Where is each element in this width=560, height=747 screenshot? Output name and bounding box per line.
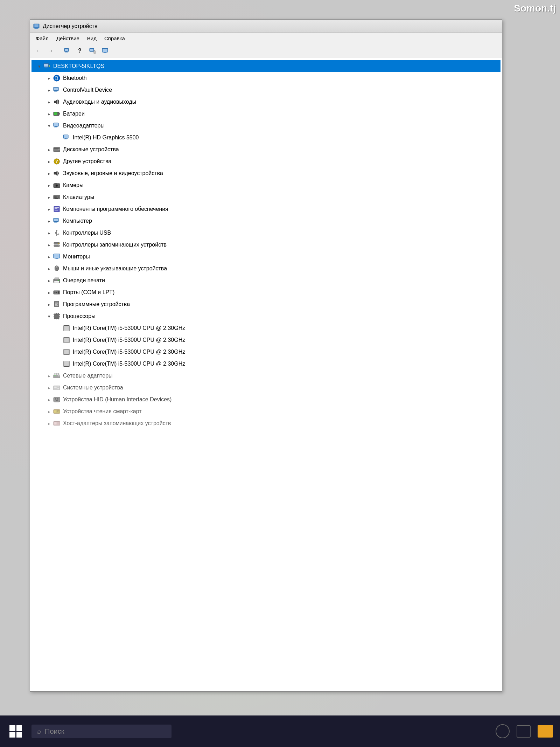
tree-item-host-adapter[interactable]: ▸ Хост-адаптеры запоминающих устройств bbox=[31, 417, 500, 429]
progdev-expander[interactable]: ▸ bbox=[46, 301, 52, 308]
start-button[interactable] bbox=[4, 719, 28, 743]
svg-rect-134 bbox=[54, 386, 57, 388]
tree-item-smartcard[interactable]: ▸ Устройства чтения смарт-карт bbox=[31, 406, 500, 417]
svg-marker-45 bbox=[54, 171, 57, 176]
menu-view[interactable]: Вид bbox=[84, 34, 100, 43]
network-expander[interactable]: ▸ bbox=[46, 372, 52, 379]
video-expander[interactable]: ▾ bbox=[46, 122, 52, 129]
computer-button[interactable] bbox=[61, 46, 73, 56]
tree-item-bluetooth[interactable]: ▸ B Bluetooth bbox=[31, 72, 500, 84]
svg-rect-65 bbox=[54, 219, 58, 221]
bluetooth-expander[interactable]: ▸ bbox=[46, 75, 52, 82]
menu-action[interactable]: Действие bbox=[53, 34, 83, 43]
audio-expander[interactable]: ▸ bbox=[46, 98, 52, 105]
taskbar-rect-icon[interactable] bbox=[517, 725, 531, 738]
svg-rect-118 bbox=[64, 326, 68, 330]
tree-item-progdev[interactable]: ▸ Программные устройства bbox=[31, 298, 500, 310]
sound-expander[interactable]: ▸ bbox=[46, 170, 52, 177]
forward-button[interactable]: → bbox=[45, 46, 57, 56]
tree-item-network[interactable]: ▸ Сетевые адаптеры bbox=[31, 370, 500, 382]
taskbar-folder-icon[interactable] bbox=[538, 725, 553, 738]
tree-item-print-queue[interactable]: ▸ Очереди печати bbox=[31, 275, 500, 286]
tree-item-cpu2[interactable]: ▸ Intel(R) Core(TM) i5-5300U CPU @ 2.30G… bbox=[31, 334, 500, 346]
video-label: Видеоадаптеры bbox=[63, 123, 105, 129]
hid-expander[interactable]: ▸ bbox=[46, 396, 52, 403]
tree-root[interactable]: ▾ DESKTOP-5IKLTQS bbox=[31, 60, 500, 72]
tree-item-keyboard[interactable]: ▸ Клавиатуры bbox=[31, 191, 500, 203]
tree-item-cpu4[interactable]: ▸ Intel(R) Core(TM) i5-5300U CPU @ 2.30G… bbox=[31, 358, 500, 370]
tree-item-processors[interactable]: ▾ bbox=[31, 310, 500, 322]
help-button[interactable]: ? bbox=[74, 46, 86, 56]
tree-item-cpu3[interactable]: ▸ Intel(R) Core(TM) i5-5300U CPU @ 2.30G… bbox=[31, 346, 500, 358]
svg-point-88 bbox=[58, 280, 59, 281]
tree-item-disk[interactable]: ▸ Дисковые устройства bbox=[31, 144, 500, 155]
svg-rect-144 bbox=[57, 411, 58, 412]
other-expander[interactable]: ▸ bbox=[46, 158, 52, 165]
ports-icon bbox=[52, 289, 61, 296]
disk-expander[interactable]: ▸ bbox=[46, 146, 52, 153]
print-queue-expander[interactable]: ▸ bbox=[46, 277, 52, 284]
camera-expander[interactable]: ▸ bbox=[46, 182, 52, 189]
tree-item-system[interactable]: ▸ Системные устройства bbox=[31, 382, 500, 394]
start-icon bbox=[9, 725, 22, 738]
usb-expander[interactable]: ▸ bbox=[46, 229, 52, 236]
controlvault-icon bbox=[52, 86, 61, 94]
monitors-expander[interactable]: ▸ bbox=[46, 253, 52, 260]
battery-expander[interactable]: ▸ bbox=[46, 110, 52, 117]
ports-expander[interactable]: ▸ bbox=[46, 289, 52, 296]
tree-item-mice[interactable]: ▸ Мыши и иные указывающие устройства bbox=[31, 263, 500, 275]
search-placeholder: Поиск bbox=[45, 727, 64, 735]
tree-item-video[interactable]: ▾ Видеоадаптеры bbox=[31, 120, 500, 132]
computer-expander[interactable]: ▸ bbox=[46, 217, 52, 224]
tree-item-software[interactable]: ▸ Компоненты программного обеспечения bbox=[31, 203, 500, 215]
processors-expander[interactable]: ▾ bbox=[46, 313, 52, 320]
svg-rect-32 bbox=[54, 123, 58, 126]
mice-label: Мыши и иные указывающие устройства bbox=[63, 265, 167, 272]
titlebar: Диспетчер устройств bbox=[30, 20, 502, 33]
system-expander[interactable]: ▸ bbox=[46, 384, 52, 391]
tree-item-intel-hd[interactable]: ▸ Intel(R) HD Graphics 5500 bbox=[31, 132, 500, 144]
battery-icon bbox=[52, 110, 61, 118]
storage-ctrl-expander[interactable]: ▸ bbox=[46, 241, 52, 248]
other-icon: ? bbox=[52, 158, 61, 165]
svg-rect-38 bbox=[64, 139, 67, 139]
tree-item-storage-ctrl[interactable]: ▸ Контроллеры запоминающих устройств bbox=[31, 239, 500, 251]
tree-item-ports[interactable]: ▸ Порты (COM и LPT) bbox=[31, 286, 500, 298]
toolbar: ← → ? bbox=[30, 44, 502, 57]
svg-rect-3 bbox=[34, 28, 38, 29]
intel-hd-icon bbox=[62, 134, 71, 141]
svg-rect-7 bbox=[65, 52, 68, 52]
menu-file[interactable]: Файл bbox=[32, 34, 52, 43]
svg-point-95 bbox=[55, 293, 55, 294]
host-adapter-expander[interactable]: ▸ bbox=[46, 420, 52, 427]
tree-item-camera[interactable]: ▸ Камеры bbox=[31, 179, 500, 191]
tree-item-cpu1[interactable]: ▸ Intel(R) Core(TM) i5-5300U CPU @ 2.30G… bbox=[31, 322, 500, 334]
controlvault-expander[interactable]: ▸ bbox=[46, 87, 52, 94]
monitor-button[interactable] bbox=[99, 46, 111, 56]
svg-rect-33 bbox=[55, 126, 57, 127]
title-icon bbox=[33, 23, 40, 30]
software-expander[interactable]: ▸ bbox=[46, 206, 52, 213]
tree-item-computer[interactable]: ▸ Компьютер bbox=[31, 215, 500, 227]
window-title: Диспетчер устройств bbox=[43, 23, 97, 29]
tree-item-monitors[interactable]: ▸ Мониторы bbox=[31, 251, 500, 263]
tree-item-other[interactable]: ▸ ? Другие устройства bbox=[31, 155, 500, 167]
tree-item-audio[interactable]: ▸ Аудиовходы и аудиовыходы bbox=[31, 96, 500, 108]
root-expander[interactable]: ▾ bbox=[36, 63, 43, 70]
search-bar[interactable]: ⌕ Поиск bbox=[31, 725, 172, 738]
menu-help[interactable]: Справка bbox=[101, 34, 128, 43]
svg-rect-54 bbox=[58, 196, 59, 196]
cpu1-label: Intel(R) Core(TM) i5-5300U CPU @ 2.30GHz bbox=[73, 325, 185, 331]
back-button[interactable]: ← bbox=[32, 46, 44, 56]
svg-rect-37 bbox=[65, 138, 66, 139]
smartcard-expander[interactable]: ▸ bbox=[46, 408, 52, 415]
tree-item-usb[interactable]: ▸ Контроллеры USB bbox=[31, 227, 500, 239]
tree-item-hid[interactable]: ▸ Устройства HID (Human Interface Device… bbox=[31, 394, 500, 406]
taskbar-circle-icon[interactable] bbox=[496, 724, 510, 738]
tree-item-sound[interactable]: ▸ Звуковые, игровые и видеоустройства bbox=[31, 167, 500, 179]
tree-item-controlvault[interactable]: ▸ ControlVault Device bbox=[31, 84, 500, 96]
tree-item-battery[interactable]: ▸ Батареи bbox=[31, 108, 500, 120]
mice-expander[interactable]: ▸ bbox=[46, 265, 52, 272]
keyboard-expander[interactable]: ▸ bbox=[46, 194, 52, 201]
properties-button[interactable] bbox=[86, 46, 98, 56]
